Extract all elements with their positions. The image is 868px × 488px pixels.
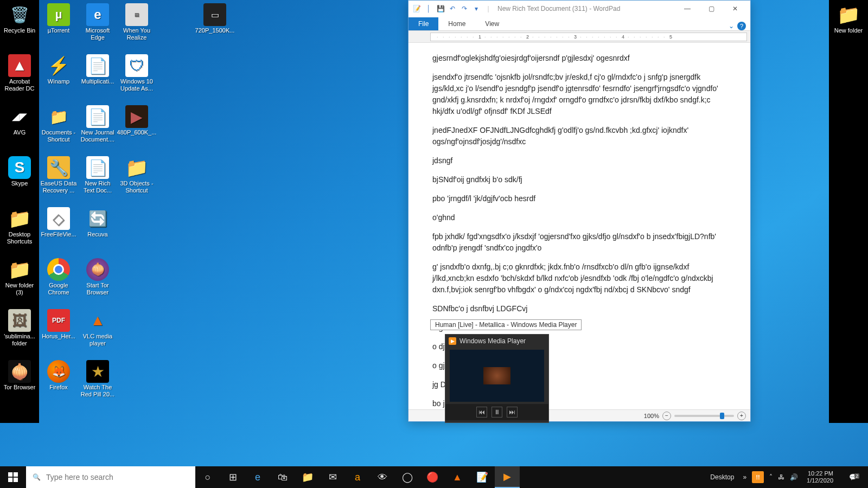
tab-view[interactable]: View xyxy=(475,17,509,30)
document-paragraph[interactable]: bjSNdf'oij gndfxkj b'o sdk/fj xyxy=(432,174,729,185)
tray-chevrons-icon[interactable]: » xyxy=(743,473,746,481)
desktop-icon[interactable]: Desktop Shortcuts xyxy=(0,206,39,257)
desktop-icon[interactable]: Winamp xyxy=(39,53,78,104)
taskbar-wmp[interactable]: ▶ xyxy=(495,466,520,488)
cortana-button[interactable]: ○ xyxy=(195,466,220,488)
desktop-icon-label: New Rich Text Doc... xyxy=(79,180,116,194)
desktop-icon[interactable]: Google Chrome xyxy=(39,257,78,308)
desktop-icon[interactable]: Horus_Her... xyxy=(39,308,78,359)
taskbar-tripadvisor[interactable]: 👁 xyxy=(370,466,395,488)
taskbar-app-round[interactable]: 🔴 xyxy=(420,466,445,488)
edge-icon xyxy=(86,3,109,26)
desktop-icon[interactable]: New folder (3) xyxy=(0,257,39,308)
undo-icon[interactable]: ↶ xyxy=(448,5,457,12)
document-paragraph[interactable]: jnedFJnedXF OFJNdfLJNGdfcghdkfj g'odlfj'… xyxy=(432,125,729,147)
taskbar-search[interactable]: 🔍 xyxy=(26,466,195,488)
tab-home[interactable]: Home xyxy=(438,17,475,30)
wmp-prev-button[interactable]: ⏮ xyxy=(476,407,487,418)
tray-show-hidden-icon[interactable]: ˄ xyxy=(769,473,773,481)
desktop-icon[interactable]: Microsoft Edge xyxy=(78,2,117,53)
document-paragraph[interactable]: o'ghnd xyxy=(432,212,729,223)
action-center-button[interactable]: 💬 2 xyxy=(842,473,864,481)
tray-desktop-toolbar[interactable]: Desktop xyxy=(707,473,737,481)
desktop-icon[interactable]: Documents - Shortcut xyxy=(39,104,78,155)
document-paragraph[interactable]: jdsngf xyxy=(432,155,729,166)
desktop-icon[interactable]: µTorrent xyxy=(39,2,78,53)
taskbar-explorer[interactable]: 📁 xyxy=(295,466,320,488)
wordpad-titlebar[interactable]: 📝 │ 💾 ↶ ↷ ▾ | New Rich Text Document (31… xyxy=(409,1,750,17)
document-paragraph[interactable]: jsendxf'o jtrsendfc 'ojsnkfb jol/rsndfc;… xyxy=(432,72,729,117)
windows-logo-icon xyxy=(8,472,18,482)
taskbar-store[interactable]: 🛍 xyxy=(270,466,295,488)
zoom-slider[interactable] xyxy=(674,415,734,417)
qat-dropdown-icon[interactable]: ▾ xyxy=(471,5,481,12)
desktop-icon[interactable]: Recycle Bin xyxy=(0,2,39,53)
redo-icon[interactable]: ↷ xyxy=(459,5,469,12)
maximize-button[interactable]: ▢ xyxy=(699,1,723,16)
tray-volume-icon[interactable]: 🔊 xyxy=(790,473,798,481)
desktop-icon[interactable]: Skype xyxy=(0,155,39,206)
tray-network-icon[interactable]: 🖧 xyxy=(778,473,784,481)
desktop-icon[interactable]: FreeFileVie... xyxy=(39,206,78,257)
document-paragraph[interactable]: fpb jxhdk/ fgd'xngsdfx'o j/ksdxjf 'ogjer… xyxy=(432,231,729,254)
document-paragraph[interactable]: SDNfbc'o j dsnfbvj LDGFCvj xyxy=(432,303,729,314)
ruler[interactable]: 1·······2·······3·······4·······5······· xyxy=(409,31,750,43)
desktop-icon-label: 'sublimina... folder xyxy=(1,333,38,346)
desktop-icon[interactable]: Windows 10 Update As... xyxy=(117,53,156,104)
collapse-ribbon-icon[interactable]: ⌄ xyxy=(729,22,734,30)
desktop-icon[interactable]: Start Tor Browser xyxy=(78,257,117,308)
desktop-icon[interactable]: 480P_600K_... xyxy=(117,104,156,155)
desktop-icon[interactable]: 'sublimina... folder xyxy=(0,308,39,359)
zoom-out-button[interactable]: − xyxy=(662,412,671,420)
taskbar-clock[interactable]: 10:22 PM 1/12/2020 xyxy=(803,470,837,484)
desktop-icon[interactable]: Multiplicati... xyxy=(78,53,117,104)
taskbar-vlc[interactable]: ▲ xyxy=(445,466,470,488)
desktop-icon-new-folder-right[interactable]: New folder xyxy=(829,2,868,35)
document-paragraph[interactable]: pbo 'jrngdf/l 'jk/dgjfv'ocb hesrdf xyxy=(432,193,729,204)
wmp-next-button[interactable]: ⏭ xyxy=(507,407,518,418)
separator-icon: | xyxy=(483,5,493,12)
right-black-strip xyxy=(829,0,868,423)
svg-rect-0 xyxy=(8,472,12,477)
desktop-icon[interactable]: Recuva xyxy=(78,206,117,257)
desktop-icon-label: AVG xyxy=(14,129,25,136)
ruler-mark: 2 xyxy=(526,34,529,40)
tray-app-orange[interactable]: !! xyxy=(752,471,764,483)
desktop-icon-label: Skype xyxy=(11,180,28,187)
desktop-icon[interactable]: EaseUS Data Recovery ... xyxy=(39,155,78,206)
minimize-button[interactable]: — xyxy=(675,1,699,16)
desktop-icon[interactable]: Firefox xyxy=(39,359,78,410)
desktop-icon[interactable]: New Journal Document.... xyxy=(78,104,117,155)
desktop-icon[interactable]: 720P_1500K... xyxy=(195,2,234,53)
desktop-icon[interactable]: New Rich Text Doc... xyxy=(78,155,117,206)
task-view-button[interactable]: ⊞ xyxy=(220,466,245,488)
desktop-icon[interactable]: Watch The Red Pill 20... xyxy=(78,359,117,410)
taskbar-wordpad[interactable]: 📝 xyxy=(470,466,495,488)
save-icon[interactable]: 💾 xyxy=(436,5,445,12)
search-input[interactable] xyxy=(46,473,189,481)
taskbar-mail[interactable]: ✉ xyxy=(320,466,345,488)
desktop-icon[interactable]: When You Realize xyxy=(117,2,156,53)
help-icon[interactable]: ? xyxy=(737,22,746,30)
wmp-taskbar-preview[interactable]: ▶ Windows Media Player ⏮ ⏸ ⏭ xyxy=(445,334,549,423)
taskbar[interactable]: 🔍 ○ ⊞ e 🛍 📁 ✉ a 👁 ◯ 🔴 ▲ 📝 ▶ Desktop » !!… xyxy=(0,466,868,488)
document-paragraph[interactable]: g' jsndxfb'o dxnfg,.bj c;o gknrdfxk; jkd… xyxy=(432,261,729,296)
desktop-icon[interactable]: Tor Browser xyxy=(0,359,39,410)
document-paragraph[interactable]: gjesrndf'oglekjshdfg'oiesjrdgf'oijersndf… xyxy=(432,53,729,64)
taskbar-app-circle[interactable]: ◯ xyxy=(395,466,420,488)
wmp-thumbnail[interactable] xyxy=(450,350,544,402)
zoom-in-button[interactable]: + xyxy=(737,412,746,420)
desktop-icon[interactable]: AVG xyxy=(0,104,39,155)
film-icon xyxy=(203,3,226,26)
desktop-icon[interactable]: Acrobat Reader DC xyxy=(0,53,39,104)
desktop-icon[interactable]: 3D Objects - Shortcut xyxy=(117,155,156,206)
desktop-icon[interactable]: VLC media player xyxy=(78,308,117,359)
start-button[interactable] xyxy=(0,466,26,488)
taskbar-edge[interactable]: e xyxy=(245,466,270,488)
taskbar-amazon[interactable]: a xyxy=(345,466,370,488)
svg-rect-3 xyxy=(14,478,18,482)
ruler-mark: 5 xyxy=(669,34,672,40)
close-button[interactable]: ✕ xyxy=(723,1,747,16)
wmp-pause-button[interactable]: ⏸ xyxy=(492,407,502,418)
tab-file[interactable]: File xyxy=(409,17,438,30)
